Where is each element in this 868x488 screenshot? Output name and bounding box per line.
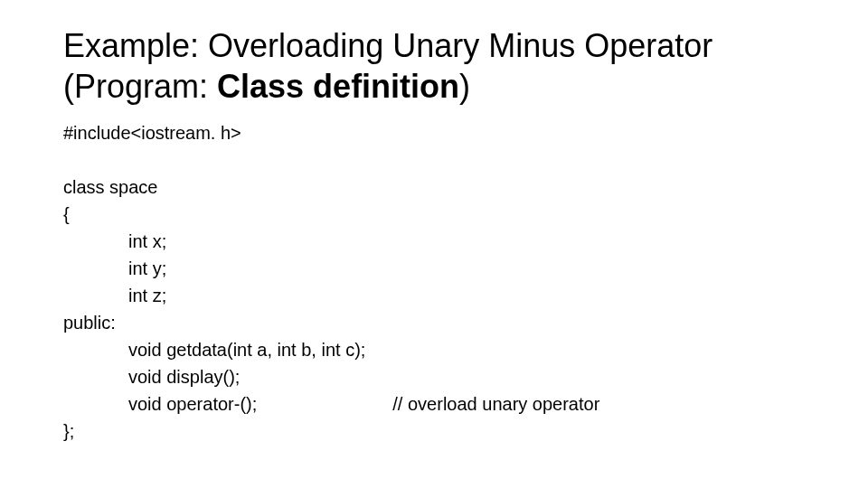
title-line1: Example: Overloading Unary Minus Operato… bbox=[63, 27, 712, 64]
code-gap bbox=[257, 394, 392, 414]
code-display: void display(); bbox=[63, 363, 814, 390]
slide-title: Example: Overloading Unary Minus Operato… bbox=[63, 25, 814, 107]
code-closebrace: }; bbox=[63, 418, 814, 445]
code-openbrace: { bbox=[63, 201, 814, 228]
code-block: #include<iostream. h> class space { int … bbox=[63, 119, 814, 445]
code-operator-line: void operator-(); // overload unary oper… bbox=[63, 390, 814, 418]
code-getdata: void getdata(int a, int b, int c); bbox=[63, 336, 814, 363]
title-line2-bold: Class definition bbox=[217, 68, 459, 105]
blank-line bbox=[63, 146, 814, 174]
title-line2-prefix: (Program: bbox=[63, 68, 217, 105]
code-include: #include<iostream. h> bbox=[63, 119, 814, 146]
code-classdecl: class space bbox=[63, 174, 814, 201]
code-intx: int x; bbox=[63, 228, 814, 255]
code-intz: int z; bbox=[63, 282, 814, 309]
code-inty: int y; bbox=[63, 255, 814, 282]
title-line2-suffix: ) bbox=[459, 68, 470, 105]
code-operator: void operator-(); bbox=[128, 394, 257, 414]
code-public: public: bbox=[63, 309, 814, 336]
slide: Example: Overloading Unary Minus Operato… bbox=[0, 0, 868, 463]
code-comment: // overload unary operator bbox=[392, 394, 599, 414]
